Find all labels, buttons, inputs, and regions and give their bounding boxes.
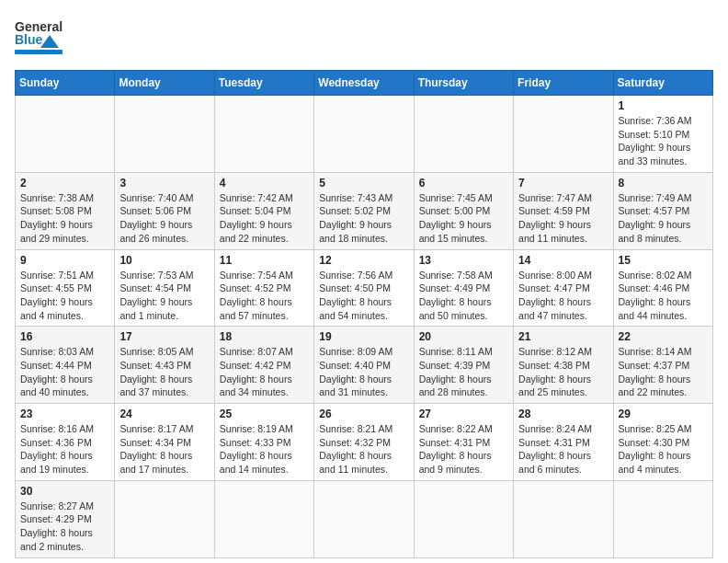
calendar-cell [115,480,214,557]
calendar-cell [314,480,414,557]
day-info: Sunrise: 8:17 AMSunset: 4:34 PMDaylight:… [119,422,209,477]
calendar-cell [16,96,115,173]
day-number: 29 [619,408,708,420]
day-info: Sunrise: 8:24 AMSunset: 4:31 PMDaylight:… [518,422,608,477]
day-info: Sunrise: 7:45 AMSunset: 5:00 PMDaylight:… [419,191,508,246]
calendar-cell: 13Sunrise: 7:58 AMSunset: 4:49 PMDayligh… [414,249,513,327]
calendar-cell [115,96,214,173]
day-number: 8 [619,177,708,190]
calendar-body: 1Sunrise: 7:36 AMSunset: 5:10 PMDaylight… [16,96,713,558]
day-info: Sunrise: 8:02 AMSunset: 4:46 PMDaylight:… [619,269,708,323]
day-number: 6 [419,177,508,190]
logo: General Blue [15,15,63,63]
calendar-cell [613,480,712,557]
day-info: Sunrise: 7:49 AMSunset: 4:57 PMDaylight:… [619,191,708,246]
logo-icon: General Blue [15,15,63,63]
calendar-cell: 14Sunrise: 8:00 AMSunset: 4:47 PMDayligh… [514,249,613,327]
page-header: General Blue [15,15,713,63]
day-number: 27 [419,408,508,420]
day-number: 11 [220,254,309,267]
calendar-cell: 23Sunrise: 8:16 AMSunset: 4:36 PMDayligh… [16,404,115,481]
day-info: Sunrise: 7:58 AMSunset: 4:49 PMDaylight:… [419,269,508,323]
day-info: Sunrise: 7:43 AMSunset: 5:02 PMDaylight:… [319,191,408,246]
calendar-cell: 6Sunrise: 7:45 AMSunset: 5:00 PMDaylight… [414,172,513,249]
calendar-cell: 15Sunrise: 8:02 AMSunset: 4:46 PMDayligh… [613,249,712,327]
calendar-cell: 2Sunrise: 7:38 AMSunset: 5:08 PMDaylight… [16,172,115,249]
day-info: Sunrise: 8:16 AMSunset: 4:36 PMDaylight:… [20,422,109,477]
calendar-cell: 9Sunrise: 7:51 AMSunset: 4:55 PMDaylight… [16,249,115,327]
calendar-week-1: 1Sunrise: 7:36 AMSunset: 5:10 PMDaylight… [16,96,713,173]
calendar-header: SundayMondayTuesdayWednesdayThursdayFrid… [16,71,713,96]
day-info: Sunrise: 8:03 AMSunset: 4:44 PMDaylight:… [20,345,109,399]
weekday-header-wednesday: Wednesday [314,71,414,96]
weekday-header-tuesday: Tuesday [214,71,313,96]
day-info: Sunrise: 8:09 AMSunset: 4:40 PMDaylight:… [319,345,408,399]
day-number: 4 [220,177,309,190]
weekday-header-saturday: Saturday [613,71,712,96]
day-number: 12 [319,254,408,267]
day-info: Sunrise: 7:42 AMSunset: 5:04 PMDaylight:… [220,191,309,246]
calendar-week-5: 23Sunrise: 8:16 AMSunset: 4:36 PMDayligh… [16,404,713,481]
calendar-cell: 21Sunrise: 8:12 AMSunset: 4:38 PMDayligh… [514,327,613,404]
day-number: 10 [119,254,209,267]
calendar-cell [414,96,513,173]
calendar-cell: 11Sunrise: 7:54 AMSunset: 4:52 PMDayligh… [214,249,313,327]
calendar-cell: 10Sunrise: 7:53 AMSunset: 4:54 PMDayligh… [115,249,214,327]
weekday-header-friday: Friday [514,71,613,96]
calendar-cell: 12Sunrise: 7:56 AMSunset: 4:50 PMDayligh… [314,249,414,327]
day-number: 7 [518,177,608,190]
day-number: 2 [20,177,109,190]
calendar-week-2: 2Sunrise: 7:38 AMSunset: 5:08 PMDaylight… [16,172,713,249]
calendar-cell [514,480,613,557]
calendar-cell [314,96,414,173]
day-number: 15 [619,254,708,267]
day-info: Sunrise: 8:27 AMSunset: 4:29 PMDaylight:… [20,500,109,554]
day-info: Sunrise: 7:53 AMSunset: 4:54 PMDaylight:… [119,269,209,323]
calendar-week-6: 30Sunrise: 8:27 AMSunset: 4:29 PMDayligh… [16,480,713,557]
calendar-cell: 29Sunrise: 8:25 AMSunset: 4:30 PMDayligh… [613,404,712,481]
weekday-header-thursday: Thursday [414,71,513,96]
day-info: Sunrise: 7:40 AMSunset: 5:06 PMDaylight:… [119,191,209,246]
calendar-cell [414,480,513,557]
day-number: 20 [419,330,508,343]
weekday-header-sunday: Sunday [16,71,115,96]
day-number: 17 [119,330,209,343]
calendar-cell [214,96,313,173]
calendar-table: SundayMondayTuesdayWednesdayThursdayFrid… [15,70,713,558]
calendar-cell: 27Sunrise: 8:22 AMSunset: 4:31 PMDayligh… [414,404,513,481]
calendar-cell [214,480,313,557]
day-number: 3 [119,177,209,190]
day-info: Sunrise: 8:19 AMSunset: 4:33 PMDaylight:… [220,422,309,477]
calendar-cell: 24Sunrise: 8:17 AMSunset: 4:34 PMDayligh… [115,404,214,481]
day-number: 21 [518,330,608,343]
day-info: Sunrise: 8:12 AMSunset: 4:38 PMDaylight:… [518,345,608,399]
day-info: Sunrise: 8:14 AMSunset: 4:37 PMDaylight:… [619,345,708,399]
calendar-cell: 17Sunrise: 8:05 AMSunset: 4:43 PMDayligh… [115,327,214,404]
day-number: 9 [20,254,109,267]
day-info: Sunrise: 8:07 AMSunset: 4:42 PMDaylight:… [220,345,309,399]
day-info: Sunrise: 7:54 AMSunset: 4:52 PMDaylight:… [220,269,309,323]
calendar-week-3: 9Sunrise: 7:51 AMSunset: 4:55 PMDaylight… [16,249,713,327]
calendar-cell: 18Sunrise: 8:07 AMSunset: 4:42 PMDayligh… [214,327,313,404]
calendar-cell: 22Sunrise: 8:14 AMSunset: 4:37 PMDayligh… [613,327,712,404]
calendar-cell: 1Sunrise: 7:36 AMSunset: 5:10 PMDaylight… [613,96,712,173]
day-info: Sunrise: 7:51 AMSunset: 4:55 PMDaylight:… [20,269,109,323]
day-info: Sunrise: 7:47 AMSunset: 4:59 PMDaylight:… [518,191,608,246]
day-info: Sunrise: 7:36 AMSunset: 5:10 PMDaylight:… [619,114,708,168]
calendar-cell: 25Sunrise: 8:19 AMSunset: 4:33 PMDayligh… [214,404,313,481]
calendar-cell: 26Sunrise: 8:21 AMSunset: 4:32 PMDayligh… [314,404,414,481]
svg-text:Blue: Blue [15,32,43,47]
day-number: 14 [518,254,608,267]
calendar-cell: 20Sunrise: 8:11 AMSunset: 4:39 PMDayligh… [414,327,513,404]
svg-rect-3 [15,50,63,54]
day-number: 22 [619,330,708,343]
weekday-row: SundayMondayTuesdayWednesdayThursdayFrid… [16,71,713,96]
day-number: 5 [319,177,408,190]
svg-marker-2 [40,35,59,48]
calendar-week-4: 16Sunrise: 8:03 AMSunset: 4:44 PMDayligh… [16,327,713,404]
calendar-cell: 3Sunrise: 7:40 AMSunset: 5:06 PMDaylight… [115,172,214,249]
calendar-cell: 5Sunrise: 7:43 AMSunset: 5:02 PMDaylight… [314,172,414,249]
calendar-cell: 4Sunrise: 7:42 AMSunset: 5:04 PMDaylight… [214,172,313,249]
day-number: 24 [119,408,209,420]
day-info: Sunrise: 8:25 AMSunset: 4:30 PMDaylight:… [619,422,708,477]
